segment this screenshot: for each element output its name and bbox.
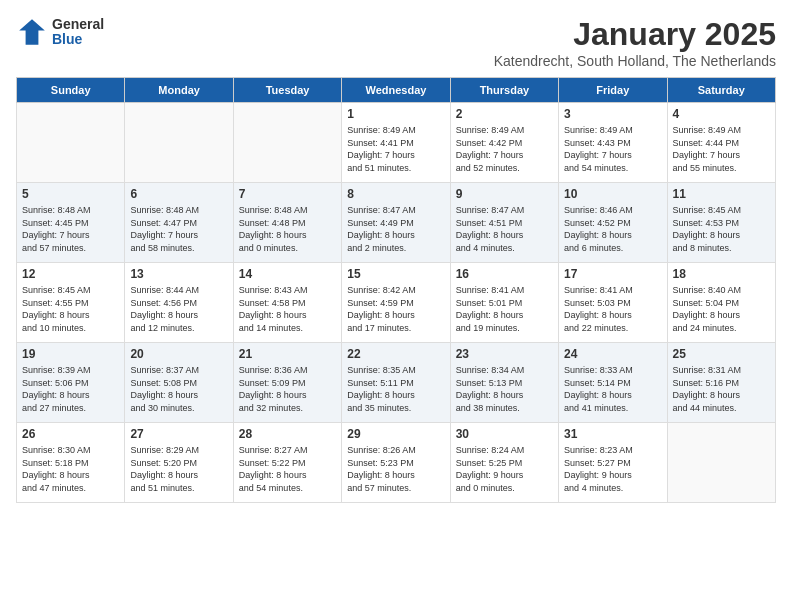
day-number: 9 <box>456 187 553 201</box>
day-number: 29 <box>347 427 444 441</box>
calendar-week-4: 19Sunrise: 8:39 AM Sunset: 5:06 PM Dayli… <box>17 343 776 423</box>
day-number: 10 <box>564 187 661 201</box>
calendar-cell <box>17 103 125 183</box>
day-number: 30 <box>456 427 553 441</box>
day-info: Sunrise: 8:49 AM Sunset: 4:44 PM Dayligh… <box>673 124 770 174</box>
day-info: Sunrise: 8:49 AM Sunset: 4:42 PM Dayligh… <box>456 124 553 174</box>
calendar-header-row: SundayMondayTuesdayWednesdayThursdayFrid… <box>17 78 776 103</box>
day-info: Sunrise: 8:33 AM Sunset: 5:14 PM Dayligh… <box>564 364 661 414</box>
day-header-monday: Monday <box>125 78 233 103</box>
calendar-cell: 25Sunrise: 8:31 AM Sunset: 5:16 PM Dayli… <box>667 343 775 423</box>
day-number: 18 <box>673 267 770 281</box>
calendar-cell: 20Sunrise: 8:37 AM Sunset: 5:08 PM Dayli… <box>125 343 233 423</box>
month-title: January 2025 <box>494 16 776 53</box>
day-number: 25 <box>673 347 770 361</box>
day-info: Sunrise: 8:27 AM Sunset: 5:22 PM Dayligh… <box>239 444 336 494</box>
day-number: 22 <box>347 347 444 361</box>
day-number: 31 <box>564 427 661 441</box>
day-info: Sunrise: 8:48 AM Sunset: 4:48 PM Dayligh… <box>239 204 336 254</box>
day-info: Sunrise: 8:47 AM Sunset: 4:51 PM Dayligh… <box>456 204 553 254</box>
calendar-cell: 15Sunrise: 8:42 AM Sunset: 4:59 PM Dayli… <box>342 263 450 343</box>
day-info: Sunrise: 8:40 AM Sunset: 5:04 PM Dayligh… <box>673 284 770 334</box>
calendar-week-2: 5Sunrise: 8:48 AM Sunset: 4:45 PM Daylig… <box>17 183 776 263</box>
logo-blue: Blue <box>52 32 104 47</box>
calendar-cell: 11Sunrise: 8:45 AM Sunset: 4:53 PM Dayli… <box>667 183 775 263</box>
svg-marker-0 <box>19 19 45 45</box>
logo-general: General <box>52 17 104 32</box>
calendar-cell: 13Sunrise: 8:44 AM Sunset: 4:56 PM Dayli… <box>125 263 233 343</box>
day-number: 14 <box>239 267 336 281</box>
day-info: Sunrise: 8:39 AM Sunset: 5:06 PM Dayligh… <box>22 364 119 414</box>
day-number: 16 <box>456 267 553 281</box>
calendar-week-1: 1Sunrise: 8:49 AM Sunset: 4:41 PM Daylig… <box>17 103 776 183</box>
day-info: Sunrise: 8:49 AM Sunset: 4:41 PM Dayligh… <box>347 124 444 174</box>
calendar-table: SundayMondayTuesdayWednesdayThursdayFrid… <box>16 77 776 503</box>
calendar-cell: 26Sunrise: 8:30 AM Sunset: 5:18 PM Dayli… <box>17 423 125 503</box>
calendar-week-5: 26Sunrise: 8:30 AM Sunset: 5:18 PM Dayli… <box>17 423 776 503</box>
calendar-cell: 14Sunrise: 8:43 AM Sunset: 4:58 PM Dayli… <box>233 263 341 343</box>
day-info: Sunrise: 8:24 AM Sunset: 5:25 PM Dayligh… <box>456 444 553 494</box>
calendar-cell: 8Sunrise: 8:47 AM Sunset: 4:49 PM Daylig… <box>342 183 450 263</box>
day-info: Sunrise: 8:23 AM Sunset: 5:27 PM Dayligh… <box>564 444 661 494</box>
calendar-cell: 18Sunrise: 8:40 AM Sunset: 5:04 PM Dayli… <box>667 263 775 343</box>
calendar-cell: 16Sunrise: 8:41 AM Sunset: 5:01 PM Dayli… <box>450 263 558 343</box>
day-number: 8 <box>347 187 444 201</box>
calendar-cell: 12Sunrise: 8:45 AM Sunset: 4:55 PM Dayli… <box>17 263 125 343</box>
logo-icon <box>16 16 48 48</box>
day-info: Sunrise: 8:31 AM Sunset: 5:16 PM Dayligh… <box>673 364 770 414</box>
calendar-cell: 4Sunrise: 8:49 AM Sunset: 4:44 PM Daylig… <box>667 103 775 183</box>
day-number: 3 <box>564 107 661 121</box>
calendar-cell: 19Sunrise: 8:39 AM Sunset: 5:06 PM Dayli… <box>17 343 125 423</box>
day-header-friday: Friday <box>559 78 667 103</box>
day-info: Sunrise: 8:42 AM Sunset: 4:59 PM Dayligh… <box>347 284 444 334</box>
calendar-cell: 28Sunrise: 8:27 AM Sunset: 5:22 PM Dayli… <box>233 423 341 503</box>
calendar-cell: 1Sunrise: 8:49 AM Sunset: 4:41 PM Daylig… <box>342 103 450 183</box>
day-number: 2 <box>456 107 553 121</box>
day-number: 7 <box>239 187 336 201</box>
day-number: 23 <box>456 347 553 361</box>
day-info: Sunrise: 8:46 AM Sunset: 4:52 PM Dayligh… <box>564 204 661 254</box>
calendar-cell: 31Sunrise: 8:23 AM Sunset: 5:27 PM Dayli… <box>559 423 667 503</box>
calendar-cell: 5Sunrise: 8:48 AM Sunset: 4:45 PM Daylig… <box>17 183 125 263</box>
calendar-cell <box>233 103 341 183</box>
day-number: 15 <box>347 267 444 281</box>
day-number: 12 <box>22 267 119 281</box>
day-number: 6 <box>130 187 227 201</box>
day-info: Sunrise: 8:43 AM Sunset: 4:58 PM Dayligh… <box>239 284 336 334</box>
calendar-cell: 27Sunrise: 8:29 AM Sunset: 5:20 PM Dayli… <box>125 423 233 503</box>
day-info: Sunrise: 8:30 AM Sunset: 5:18 PM Dayligh… <box>22 444 119 494</box>
calendar-cell: 7Sunrise: 8:48 AM Sunset: 4:48 PM Daylig… <box>233 183 341 263</box>
day-info: Sunrise: 8:45 AM Sunset: 4:55 PM Dayligh… <box>22 284 119 334</box>
day-number: 26 <box>22 427 119 441</box>
day-info: Sunrise: 8:48 AM Sunset: 4:45 PM Dayligh… <box>22 204 119 254</box>
calendar-cell: 22Sunrise: 8:35 AM Sunset: 5:11 PM Dayli… <box>342 343 450 423</box>
calendar-cell: 30Sunrise: 8:24 AM Sunset: 5:25 PM Dayli… <box>450 423 558 503</box>
day-number: 4 <box>673 107 770 121</box>
day-number: 21 <box>239 347 336 361</box>
page-header: General Blue January 2025 Katendrecht, S… <box>16 16 776 69</box>
calendar-cell: 10Sunrise: 8:46 AM Sunset: 4:52 PM Dayli… <box>559 183 667 263</box>
day-number: 20 <box>130 347 227 361</box>
day-info: Sunrise: 8:47 AM Sunset: 4:49 PM Dayligh… <box>347 204 444 254</box>
calendar-week-3: 12Sunrise: 8:45 AM Sunset: 4:55 PM Dayli… <box>17 263 776 343</box>
day-info: Sunrise: 8:34 AM Sunset: 5:13 PM Dayligh… <box>456 364 553 414</box>
day-header-thursday: Thursday <box>450 78 558 103</box>
day-number: 11 <box>673 187 770 201</box>
day-info: Sunrise: 8:44 AM Sunset: 4:56 PM Dayligh… <box>130 284 227 334</box>
day-info: Sunrise: 8:45 AM Sunset: 4:53 PM Dayligh… <box>673 204 770 254</box>
day-info: Sunrise: 8:29 AM Sunset: 5:20 PM Dayligh… <box>130 444 227 494</box>
day-info: Sunrise: 8:48 AM Sunset: 4:47 PM Dayligh… <box>130 204 227 254</box>
day-info: Sunrise: 8:41 AM Sunset: 5:03 PM Dayligh… <box>564 284 661 334</box>
calendar-cell: 2Sunrise: 8:49 AM Sunset: 4:42 PM Daylig… <box>450 103 558 183</box>
day-number: 24 <box>564 347 661 361</box>
calendar-cell: 9Sunrise: 8:47 AM Sunset: 4:51 PM Daylig… <box>450 183 558 263</box>
day-info: Sunrise: 8:37 AM Sunset: 5:08 PM Dayligh… <box>130 364 227 414</box>
day-header-tuesday: Tuesday <box>233 78 341 103</box>
day-number: 27 <box>130 427 227 441</box>
calendar-cell <box>125 103 233 183</box>
day-number: 19 <box>22 347 119 361</box>
day-header-saturday: Saturday <box>667 78 775 103</box>
day-number: 28 <box>239 427 336 441</box>
day-number: 13 <box>130 267 227 281</box>
day-header-wednesday: Wednesday <box>342 78 450 103</box>
